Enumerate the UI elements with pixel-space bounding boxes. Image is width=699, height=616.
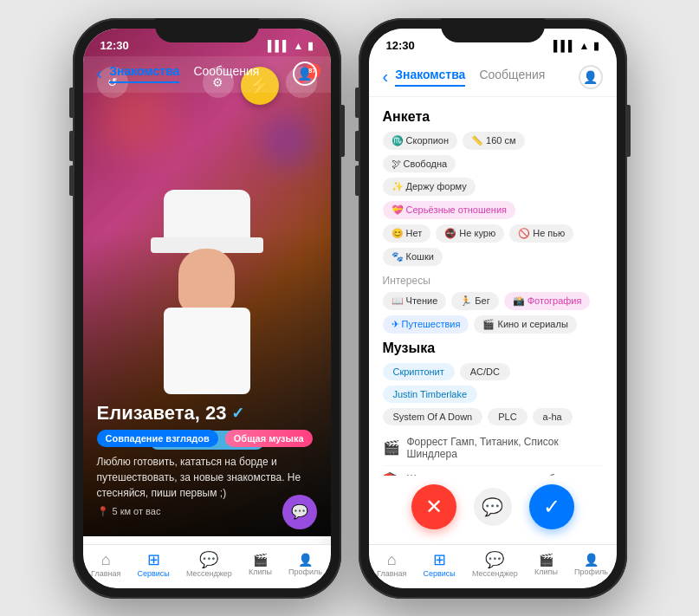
nav-profile-label-right: Профиль [574,567,608,576]
tag-children: 😊 Нет [383,224,431,243]
wifi-icon-right: ▲ [579,40,590,52]
notch-right [441,18,545,42]
tag-fitness: ✨ Держу форму [383,178,476,196]
message-action-icon: 💬 [291,503,308,520]
music-tags-row1: Скриптонит AC/DC Justin Timberlake [383,363,603,403]
nav-services-left[interactable]: ⊞ Сервисы [138,552,170,578]
tag-travel: ✈ Путешествия [383,315,469,334]
dislike-icon: ✕ [425,495,443,519]
tag-status: 🕊 Свободна [383,155,456,172]
location-text: 5 км от вас [113,506,161,516]
card-name-text: Елизавета, 23 [97,402,227,425]
services-icon-right: ⊞ [433,552,446,567]
music-title: Музыка [383,340,603,356]
verified-icon: ✓ [231,404,244,423]
message-button[interactable]: 💬 [474,488,512,526]
tag-height: 📏 160 см [463,132,525,150]
avatar-nav-right[interactable]: 👤 [579,65,603,89]
nav-messenger-label-left: Мессенджер [186,569,232,578]
back-button-left[interactable]: ‹ [97,63,103,83]
interests-tags-row2: ✈ Путешествия 🎬 Кино и сериалы [383,315,603,334]
like-icon: ✓ [543,495,560,519]
body [164,308,250,394]
music-tags-row2: System Of A Down PLC a-ha [383,408,603,425]
tab-messages-right[interactable]: Сообщения [479,68,545,87]
card-bio: Люблю готовить, кататься на борде и путе… [97,454,317,501]
signal-icon: ▌▌▌ [268,40,290,52]
movies-text: Форрест Гамп, Титаник, Список Шиндлера [407,436,603,460]
card-message-action: 💬 [282,495,317,529]
messenger-icon-left: 💬 [199,552,218,567]
back-button-right[interactable]: ‹ [383,67,389,87]
phone-right: 12:30 ▌▌▌ ▲ ▮ ‹ Знакомства Сообщения 👤 [359,18,627,599]
tab-dating-left[interactable]: Знакомства [109,64,179,83]
messenger-icon-right: 💬 [485,552,504,567]
services-icon-left: ⊞ [147,552,160,567]
interests-tags-row1: 📖 Чтение 🏃 Бег 📸 Фотография [383,292,603,310]
nav-services-right[interactable]: ⊞ Сервисы [424,552,456,578]
screen-right: 12:30 ▌▌▌ ▲ ▮ ‹ Знакомства Сообщения 👤 [369,29,617,588]
anketa-tags-row1: ♏ Скорпион 📏 160 см 🕊 Свободна [383,132,603,172]
light2 [262,115,314,167]
nav-home-right[interactable]: ⌂ Главная [377,552,406,578]
tab-messages-left[interactable]: Сообщения [193,64,259,83]
music-tag-aha: a-ha [533,408,573,425]
status-icons-right: ▌▌▌ ▲ ▮ [553,40,599,52]
bottom-nav-right: ⌂ Главная ⊞ Сервисы 💬 Мессенджер 🎬 Клипы… [369,544,617,588]
interests-label: Интересы [383,275,603,287]
location-icon: 📍 [97,506,109,517]
nav-clips-label-left: Клипы [249,567,272,576]
phone-left: 12:30 ▌▌▌ ▲ ▮ ‹ Знакомства Сообщения 👤 [73,18,341,599]
nav-services-label-left: Сервисы [138,569,170,578]
time-right: 12:30 [386,39,415,52]
top-nav-left: ‹ Знакомства Сообщения 👤 [83,56,331,93]
movies-icon: 🎬 [383,439,400,456]
movies-row: 🎬 Форрест Гамп, Титаник, Список Шиндлера [383,431,603,466]
nav-clips-label-right: Клипы [534,567,558,576]
nav-messenger-left[interactable]: 💬 Мессенджер [186,552,232,578]
nav-tabs-left: Знакомства Сообщения [109,64,285,83]
nav-tabs-right: Знакомства Сообщения [395,68,571,87]
tag-music: Общая музыка [225,430,313,447]
music-tag-justin: Justin Timberlake [383,386,478,403]
music-tag-scripto: Скриптонит [383,363,455,380]
clips-icon-right: 🎬 [539,554,553,566]
anketa-title: Анкета [383,109,603,125]
tag-pets: 🐾 Кошки [383,248,443,266]
tag-zodiac: ♏ Скорпион [383,132,457,150]
message-action-button[interactable]: 💬 [282,495,317,529]
notch-left [155,18,259,42]
time-left: 12:30 [100,39,129,52]
nav-messenger-right[interactable]: 💬 Мессенджер [472,552,518,578]
card-tags-row: Совпадение взглядов Общая музыка [97,430,317,447]
card-name-row: Елизавета, 23 ✓ [97,402,317,425]
nav-messenger-label-right: Мессенджер [472,569,518,578]
nav-clips-left[interactable]: 🎬 Клипы [249,554,272,576]
battery-icon-right: ▮ [593,40,599,52]
bottom-nav-left: ⌂ Главная ⊞ Сервисы 💬 Мессенджер 🎬 Клипы… [83,544,331,588]
tab-dating-right[interactable]: Знакомства [395,68,465,87]
music-tag-plc: PLC [488,408,527,425]
nav-profile-left[interactable]: 👤 Профиль [288,554,322,576]
head [178,249,235,314]
nav-home-left[interactable]: ⌂ Главная [91,552,120,578]
tag-running: 🏃 Бег [451,292,498,310]
tag-cinema: 🎬 Кино и сериалы [474,315,576,334]
avatar-nav-left[interactable]: 👤 [293,62,317,86]
dislike-button[interactable]: ✕ [411,484,456,529]
status-icons-left: ▌▌▌ ▲ ▮ [268,40,313,52]
anketa-tags-row2: ✨ Держу форму 💝 Серьёзные отношения [383,178,603,219]
tag-alcohol: 🚫 Не пью [509,224,573,243]
phones-container: 12:30 ▌▌▌ ▲ ▮ ‹ Знакомства Сообщения 👤 [73,18,627,599]
music-tag-acdc: AC/DC [460,363,510,380]
like-button[interactable]: ✓ [529,484,574,529]
nav-clips-right[interactable]: 🎬 Клипы [534,554,558,576]
nav-services-label-right: Сервисы [424,569,456,578]
wifi-icon: ▲ [294,40,304,52]
music-tag-soad: System Of A Down [383,408,483,425]
nav-profile-right[interactable]: 👤 Профиль [574,554,608,576]
profile-icon-left: 👤 [298,554,313,566]
nav-home-label-right: Главная [377,569,406,578]
nav-profile-label-left: Профиль [288,567,322,576]
signal-icon-right: ▌▌▌ [553,40,576,52]
